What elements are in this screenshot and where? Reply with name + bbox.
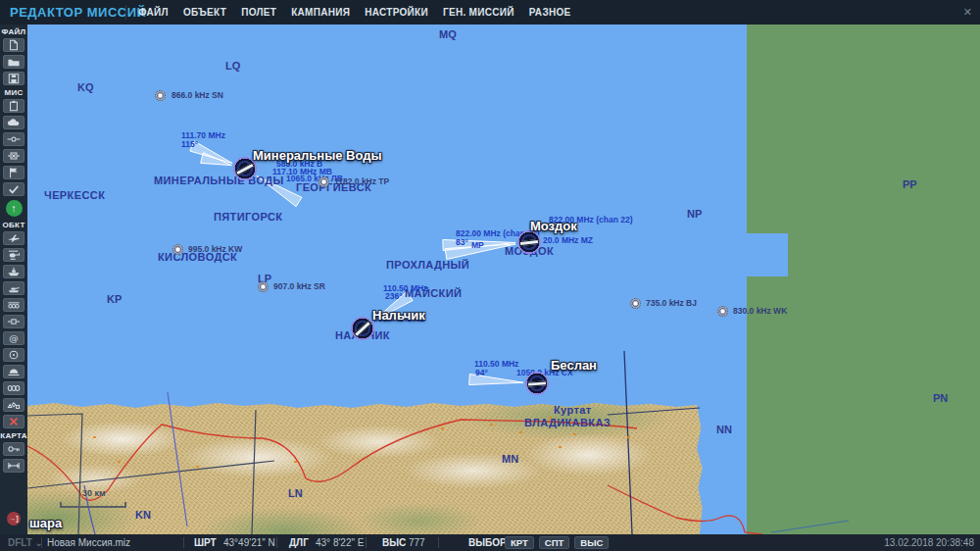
sidebar-btn-ruler[interactable] <box>3 459 24 473</box>
datetime-display: 13.02.2018 20:38:48 <box>884 534 974 551</box>
trigger-zone-icon <box>6 349 22 361</box>
goals-icon <box>6 167 22 178</box>
ndb-beacon-label: 995.0 kHz KW <box>188 244 242 254</box>
latitude-value: 43°49'21" N <box>223 534 275 551</box>
grid-square-label: KN <box>135 509 151 521</box>
sidebar-btn-briefing[interactable] <box>3 99 24 113</box>
nav-frequency-label: 115° <box>181 139 198 149</box>
sidebar-btn-train[interactable] <box>3 298 24 312</box>
template-icon: @ <box>6 332 22 344</box>
unit-list-icon <box>6 382 22 394</box>
toggle-выс-button[interactable]: ВЫС <box>574 536 609 549</box>
map-key-icon <box>6 443 22 455</box>
svg-text:@: @ <box>9 332 18 343</box>
select-mode-label[interactable]: ВЫБОР <box>468 534 507 551</box>
sidebar-btn-unit-list[interactable] <box>3 381 24 395</box>
close-icon[interactable]: ✕ <box>963 0 972 25</box>
grid-square-label: PP <box>903 178 917 190</box>
altitude-label: ВЫС <box>382 534 406 551</box>
airport-name-label: Беслан <box>551 358 597 373</box>
menu-item-1[interactable]: ОБЪЕКТ <box>183 7 226 18</box>
airport-name-label: Моздок <box>530 219 577 233</box>
ndb-beacon-label: 1182.0 kHz TP <box>334 176 389 186</box>
city-label: ВЛАДИКАВКАЗ <box>524 417 611 428</box>
shapes-icon <box>6 399 22 411</box>
toggle-крт-button[interactable]: КРТ <box>505 536 534 549</box>
static-object-icon <box>6 316 22 327</box>
nav-frequency-label: 20.0 MHz MZ <box>543 235 593 245</box>
sidebar-btn-airplane[interactable] <box>3 231 24 245</box>
sidebar-btn-farp[interactable] <box>3 365 24 378</box>
weather-icon <box>6 117 22 128</box>
sidebar-btn-new-mission[interactable] <box>3 38 24 52</box>
mission-filename: Новая Миссия.miz <box>47 534 130 551</box>
fly-mission-button[interactable]: ↑ <box>6 200 23 217</box>
longitude-value: 43° 8'22" E <box>316 534 365 551</box>
status-bar: DFLT ⌄ Новая Миссия.miz ШРТ 43°49'21" N … <box>0 534 980 551</box>
sidebar-btn-helicopter[interactable] <box>3 248 24 262</box>
menu-item-2[interactable]: ПОЛЕТ <box>241 7 276 18</box>
nav-frequency-label: 94° <box>475 368 488 377</box>
train-icon <box>6 299 22 311</box>
city-label: МИНЕРАЛЬНЫЕ ВОДЫ <box>154 175 284 186</box>
delete-icon <box>6 416 22 427</box>
menu-item-0[interactable]: ФАЙЛ <box>138 7 169 18</box>
up-arrow-icon: ↑ <box>11 202 17 214</box>
city-label: ПЯТИГОРСК <box>214 211 282 223</box>
title-bar: РЕДАКТОР МИССИЙ ФАЙЛОБЪЕКТПОЛЕТКАМПАНИЯН… <box>0 0 980 25</box>
airport-icon[interactable] <box>524 371 550 396</box>
toolbar-sidebar: ФАЙЛМИС↑ОБКТ@КАРТА →] <box>0 25 27 534</box>
menu-bar: ФАЙЛОБЪЕКТПОЛЕТКАМПАНИЯНАСТРОЙКИГЕН. МИС… <box>138 0 571 25</box>
exit-editor-button[interactable]: →] <box>7 512 21 526</box>
grid-square-label: PN <box>933 392 948 404</box>
theatre-selector[interactable]: DFLT ⌄ <box>8 534 43 551</box>
city-label: Куртат <box>554 404 592 416</box>
menu-item-6[interactable]: РАЗНОЕ <box>529 7 571 18</box>
sidebar-btn-failures[interactable] <box>3 149 24 163</box>
sidebar-section-label: КАРТА <box>0 431 27 440</box>
ndb-beacon-icon <box>630 298 641 309</box>
menu-item-3[interactable]: КАМПАНИЯ <box>291 7 350 18</box>
sidebar-section-label: ОБКТ <box>0 221 27 229</box>
ndb-beacon-icon <box>258 281 269 292</box>
sidebar-btn-delete[interactable] <box>3 415 24 428</box>
sidebar-btn-open-mission[interactable] <box>3 55 24 69</box>
grid-square-label: LQ <box>225 60 240 72</box>
sidebar-btn-vehicle[interactable] <box>3 281 24 295</box>
map-overlay-labels: MQLQKQPPNPLPKPPNNNMNLNKNЧЕРКЕССКПЯТИГОРС… <box>27 25 980 534</box>
ndb-beacon-label: 735.0 kHz BJ <box>646 298 697 308</box>
mission-editor-window: РЕДАКТОР МИССИЙ ФАЙЛОБЪЕКТПОЛЕТКАМПАНИЯН… <box>0 0 980 551</box>
city-label: ЧЕРКЕССК <box>44 189 105 201</box>
altitude-value: 777 <box>409 534 425 551</box>
sidebar-btn-shapes[interactable] <box>3 398 24 412</box>
map-canvas[interactable]: MQLQKQPPNPLPKPPNNNMNLNKNЧЕРКЕССКПЯТИГОРС… <box>27 25 980 534</box>
sidebar-btn-save-mission[interactable] <box>3 72 24 85</box>
status-divider <box>438 537 439 548</box>
airport-name-label: Нальчик <box>372 308 425 323</box>
sidebar-btn-ship[interactable] <box>3 265 24 278</box>
ndb-beacon-label: 830.0 kHz WK <box>733 306 787 316</box>
ndb-beacon-icon <box>172 244 183 255</box>
ndb-beacon-icon <box>717 306 728 317</box>
menu-item-5[interactable]: ГЕН. МИССИЙ <box>443 7 514 18</box>
sidebar-btn-triggers[interactable] <box>3 132 24 146</box>
runway-icon <box>519 238 539 245</box>
sidebar-btn-goals[interactable] <box>3 166 24 179</box>
sidebar-btn-map-key[interactable] <box>3 442 24 456</box>
grid-square-label: MN <box>502 453 518 465</box>
sidebar-btn-template[interactable]: @ <box>3 331 24 345</box>
sidebar-btn-static-object[interactable] <box>3 315 24 328</box>
sidebar-btn-mission-check[interactable] <box>3 182 24 196</box>
briefing-icon <box>6 100 22 112</box>
triggers-icon <box>6 133 22 145</box>
grid-square-label: MQ <box>439 28 457 40</box>
grid-square-label: KP <box>107 293 122 305</box>
menu-item-4[interactable]: НАСТРОЙКИ <box>365 7 428 18</box>
toggle-спт-button[interactable]: СПТ <box>539 536 570 549</box>
farp-icon <box>6 366 22 377</box>
sidebar-btn-trigger-zone[interactable] <box>3 348 24 362</box>
nav-frequency-label: 236° <box>385 291 403 301</box>
failures-icon <box>6 150 22 162</box>
ndb-beacon-label: 907.0 kHz SR <box>273 281 325 291</box>
sidebar-btn-weather[interactable] <box>3 116 24 129</box>
